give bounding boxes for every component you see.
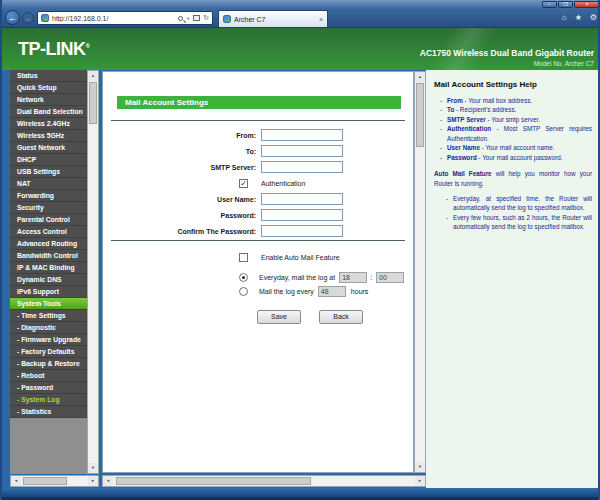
minimize-button[interactable]: − xyxy=(542,1,557,8)
sidebar-item-system-tools[interactable]: System Tools xyxy=(10,298,87,310)
sidebar-item-nat[interactable]: NAT xyxy=(10,178,87,190)
close-button[interactable]: × xyxy=(574,1,600,8)
help-panel: Mail Account Settings Help From - Your m… xyxy=(426,70,599,488)
sidebar-item-system-log[interactable]: - System Log xyxy=(10,394,87,406)
sidebar-item-wireless-2-4ghz[interactable]: Wireless 2.4GHz xyxy=(10,118,87,130)
scroll-right-icon[interactable]: ► xyxy=(88,476,98,486)
interval-radio[interactable] xyxy=(239,287,248,296)
scroll-up-icon[interactable]: ▲ xyxy=(88,71,98,81)
scroll-right-icon[interactable]: ► xyxy=(415,476,425,486)
back-form-button[interactable]: Back xyxy=(319,310,363,324)
sidebar-item-statistics[interactable]: - Statistics xyxy=(10,406,87,418)
sidebar-item-bandwidth-control[interactable]: Bandwidth Control xyxy=(10,250,87,262)
sidebar-item-firmware-upgrade[interactable]: - Firmware Upgrade xyxy=(10,334,87,346)
sidebar-item-dynamic-dns[interactable]: Dynamic DNS xyxy=(10,274,87,286)
to-label: To: xyxy=(103,148,256,155)
help-bullet: To - Recipient's address. xyxy=(440,105,592,114)
interval-hours-input[interactable] xyxy=(318,286,346,297)
tab-close-icon[interactable]: × xyxy=(319,16,323,23)
everyday-radio[interactable] xyxy=(239,273,248,282)
scrollbar-thumb[interactable] xyxy=(23,477,67,485)
main-content-panel: Mail Account Settings From: To: SMTP Ser… xyxy=(102,71,414,473)
scroll-down-icon[interactable]: ▼ xyxy=(415,462,425,472)
main-vertical-scrollbar[interactable]: ▲ ▼ xyxy=(414,71,426,473)
help-bullet: Every few hours, such as 2 hours, the Ro… xyxy=(446,213,592,232)
sidebar-item-dual-band-selection[interactable]: Dual Band Selection xyxy=(10,106,87,118)
scroll-left-icon[interactable]: ◄ xyxy=(103,476,113,486)
enable-auto-mail-checkbox[interactable] xyxy=(239,253,248,262)
tab-title: Archer C7 xyxy=(234,16,319,23)
help-bullet: User Name - Your mail account name. xyxy=(440,143,592,152)
authentication-label: Authentication xyxy=(261,180,305,187)
search-icon[interactable] xyxy=(178,16,183,21)
favorites-star-icon[interactable]: ★ xyxy=(575,13,582,23)
enable-auto-mail-row: Enable Auto Mail Feature xyxy=(239,251,340,263)
password-input[interactable] xyxy=(261,209,343,221)
sidebar-item-parental-control[interactable]: Parental Control xyxy=(10,214,87,226)
sidebar-item-guest-network[interactable]: Guest Network xyxy=(10,142,87,154)
sidebar-horizontal-scrollbar[interactable]: ◄ ► xyxy=(10,475,99,487)
save-button[interactable]: Save xyxy=(257,310,301,324)
sidebar-item-dhcp[interactable]: DHCP xyxy=(10,154,87,166)
sidebar-item-reboot[interactable]: - Reboot xyxy=(10,370,87,382)
username-label: User Name: xyxy=(103,196,256,203)
form-row-password: Password: xyxy=(103,208,413,222)
sidebar-item-network[interactable]: Network xyxy=(10,94,87,106)
divider xyxy=(111,240,405,241)
to-input[interactable] xyxy=(261,145,343,157)
sidebar-item-ipv6-support[interactable]: IPv6 Support xyxy=(10,286,87,298)
from-label: From: xyxy=(103,132,256,139)
from-input[interactable] xyxy=(261,129,343,141)
sidebar-item-usb-settings[interactable]: USB Settings xyxy=(10,166,87,178)
compatibility-view-icon[interactable] xyxy=(193,15,200,21)
help-paragraph: Auto Mail Feature will help you monitor … xyxy=(434,169,592,188)
scrollbar-thumb[interactable] xyxy=(89,82,97,124)
smtp-server-input[interactable] xyxy=(261,161,343,173)
minute-input[interactable] xyxy=(376,272,404,283)
sidebar-item-ip-mac-binding[interactable]: IP & MAC Binding xyxy=(10,262,87,274)
home-icon[interactable]: ⌂ xyxy=(562,13,567,23)
help-bullet: Authentication - Most SMTP Server requir… xyxy=(440,124,592,143)
sidebar-item-access-control[interactable]: Access Control xyxy=(10,226,87,238)
help-title: Mail Account Settings Help xyxy=(434,80,592,89)
sidebar-item-status[interactable]: Status xyxy=(10,70,87,82)
scrollbar-thumb[interactable] xyxy=(116,477,311,485)
scroll-up-icon[interactable]: ▲ xyxy=(415,72,425,82)
sidebar-item-forwarding[interactable]: Forwarding xyxy=(10,190,87,202)
hours-suffix-label: hours xyxy=(351,288,369,295)
window-titlebar: − ❐ × xyxy=(2,0,600,9)
restore-button[interactable]: ❐ xyxy=(558,1,573,8)
scrollbar-thumb[interactable] xyxy=(416,83,424,147)
refresh-icon[interactable]: ↻ xyxy=(203,14,209,22)
username-input[interactable] xyxy=(261,193,343,205)
sidebar-item-password[interactable]: - Password xyxy=(10,382,87,394)
sidebar-item-diagnostic[interactable]: - Diagnostic xyxy=(10,322,87,334)
sidebar-item-quick-setup[interactable]: Quick Setup xyxy=(10,82,87,94)
registered-mark: ® xyxy=(86,43,90,49)
dropdown-caret-icon[interactable]: ▼ xyxy=(186,16,190,21)
sidebar-item-factory-defaults[interactable]: - Factory Defaults xyxy=(10,346,87,358)
address-bar[interactable]: http://192.168.0.1/ ▼ ↻ xyxy=(37,11,213,25)
back-button[interactable]: ← xyxy=(5,10,20,25)
help-bullet: Everyday, at specified time, the Router … xyxy=(446,194,592,213)
authentication-checkbox[interactable]: ✓ xyxy=(239,179,248,188)
confirm-password-input[interactable] xyxy=(261,225,343,237)
confirm-password-label: Confirm The Password: xyxy=(103,228,256,235)
sidebar-item-time-settings[interactable]: - Time Settings xyxy=(10,310,87,322)
sidebar-item-advanced-routing[interactable]: Advanced Routing xyxy=(10,238,87,250)
sidebar-item-backup-restore[interactable]: - Backup & Restore xyxy=(10,358,87,370)
forward-button[interactable]: → xyxy=(22,12,34,24)
tools-gear-icon[interactable]: ⚙ xyxy=(590,13,597,23)
url-text[interactable]: http://192.168.0.1/ xyxy=(52,15,178,22)
model-number: Model No. Archer C7 xyxy=(534,60,594,67)
scroll-down-icon[interactable]: ▼ xyxy=(88,463,98,473)
help-bullet-list: From - Your mail box address.To - Recipi… xyxy=(440,96,592,162)
sidebar-item-security[interactable]: Security xyxy=(10,202,87,214)
scroll-left-icon[interactable]: ◄ xyxy=(11,476,21,486)
hour-input[interactable] xyxy=(339,272,367,283)
sidebar-vertical-scrollbar[interactable]: ▲ ▼ xyxy=(87,70,99,474)
browser-tab[interactable]: Archer C7 × xyxy=(218,10,328,27)
main-horizontal-scrollbar[interactable]: ◄ ► xyxy=(102,475,426,487)
sidebar-item-wireless-5ghz[interactable]: Wireless 5GHz xyxy=(10,130,87,142)
password-label: Password: xyxy=(103,212,256,219)
